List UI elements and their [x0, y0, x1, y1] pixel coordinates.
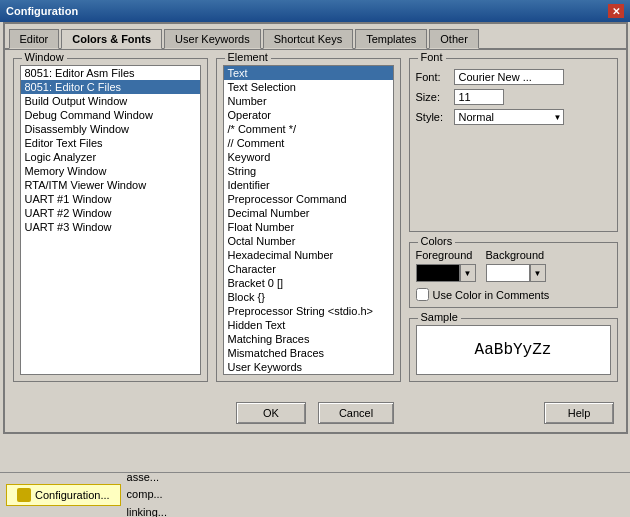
- tab-templates[interactable]: Templates: [355, 29, 427, 49]
- window-list-item[interactable]: Disassembly Window: [21, 122, 200, 136]
- element-list-item[interactable]: Hexadecimal Number: [224, 248, 393, 262]
- taskbar-text: asse... comp... linking...: [127, 469, 624, 517]
- tab-shortcut-keys[interactable]: Shortcut Keys: [263, 29, 353, 49]
- tab-other[interactable]: Other: [429, 29, 479, 49]
- element-list-item[interactable]: Text: [224, 66, 393, 80]
- window-list-item[interactable]: Logic Analyzer: [21, 150, 200, 164]
- taskbar-line-2: comp...: [127, 486, 624, 504]
- element-list-item[interactable]: Preprocessor Command: [224, 192, 393, 206]
- window-list-item[interactable]: 8051: Editor C Files: [21, 80, 200, 94]
- window-list-item[interactable]: RTA/ITM Viewer Window: [21, 178, 200, 192]
- size-input[interactable]: [454, 89, 504, 105]
- background-swatch-row: ▼: [486, 264, 546, 282]
- element-panel-title: Element: [225, 51, 271, 63]
- cancel-button[interactable]: Cancel: [318, 402, 394, 424]
- button-row: OK Cancel Help: [5, 394, 626, 432]
- foreground-col: Foreground ▼: [416, 249, 476, 282]
- close-button[interactable]: ✕: [608, 4, 624, 18]
- style-select[interactable]: Normal Bold Italic Bold Italic: [454, 109, 564, 125]
- element-list-item[interactable]: Character: [224, 262, 393, 276]
- element-list-item[interactable]: Keyword: [224, 150, 393, 164]
- element-list-item[interactable]: /* Comment */: [224, 122, 393, 136]
- element-list-item[interactable]: Number: [224, 94, 393, 108]
- element-list-item[interactable]: Decimal Number: [224, 206, 393, 220]
- element-list-item[interactable]: User Keywords: [224, 360, 393, 374]
- window-list-item[interactable]: UART #1 Window: [21, 192, 200, 206]
- element-list-item[interactable]: Mismatched Braces: [224, 346, 393, 360]
- size-label: Size:: [416, 91, 454, 103]
- element-list-item[interactable]: Block {}: [224, 290, 393, 304]
- style-label: Style:: [416, 111, 454, 123]
- window-panel-title: Window: [22, 51, 67, 63]
- font-input[interactable]: [454, 69, 564, 85]
- right-panel: Font Font: Size: Style: Normal: [409, 58, 618, 382]
- element-list-item[interactable]: String: [224, 164, 393, 178]
- size-row: Size:: [416, 89, 611, 105]
- background-swatch: [486, 264, 530, 282]
- colors-row: Foreground ▼ Background ▼: [416, 249, 611, 282]
- window-list-item[interactable]: 8051: Editor Asm Files: [21, 66, 200, 80]
- font-row: Font:: [416, 69, 611, 85]
- font-panel-title: Font: [418, 51, 446, 63]
- element-list-item[interactable]: Operator: [224, 108, 393, 122]
- ok-button[interactable]: OK: [236, 402, 306, 424]
- sample-title: Sample: [418, 311, 461, 323]
- background-dropdown-btn[interactable]: ▼: [530, 264, 546, 282]
- window-list-item[interactable]: UART #3 Window: [21, 220, 200, 234]
- window-list-item[interactable]: Debug Command Window: [21, 108, 200, 122]
- element-list-item[interactable]: Preprocessor String <stdio.h>: [224, 304, 393, 318]
- use-color-checkbox[interactable]: [416, 288, 429, 301]
- window-list-item[interactable]: Memory Window: [21, 164, 200, 178]
- help-button[interactable]: Help: [544, 402, 614, 424]
- font-panel: Font Font: Size: Style: Normal: [409, 58, 618, 232]
- element-list-item[interactable]: Text Selection: [224, 80, 393, 94]
- element-list-item[interactable]: // Comment: [224, 136, 393, 150]
- element-listbox[interactable]: TextText SelectionNumberOperator/* Comme…: [223, 65, 394, 375]
- tab-bar: Editor Colors & Fonts User Keywords Shor…: [5, 24, 626, 50]
- sample-section: Sample AaBbYyZz: [409, 318, 618, 382]
- window-title: Configuration: [6, 5, 78, 17]
- tab-user-keywords[interactable]: User Keywords: [164, 29, 261, 49]
- font-label: Font:: [416, 71, 454, 83]
- background-label: Background: [486, 249, 545, 261]
- tab-colors-fonts[interactable]: Colors & Fonts: [61, 29, 162, 49]
- colors-section: Colors Foreground ▼ Background ▼: [409, 242, 618, 308]
- config-btn-label: Configuration...: [35, 489, 110, 501]
- taskbar: Configuration... asse... comp... linking…: [0, 472, 630, 517]
- element-list-item[interactable]: Identifier: [224, 178, 393, 192]
- window-list-item[interactable]: UART #2 Window: [21, 206, 200, 220]
- window-panel: Window 8051: Editor Asm Files8051: Edito…: [13, 58, 208, 382]
- foreground-label: Foreground: [416, 249, 473, 261]
- element-panel: Element TextText SelectionNumberOperator…: [216, 58, 401, 382]
- style-select-wrapper: Normal Bold Italic Bold Italic: [454, 109, 564, 125]
- sample-text: AaBbYyZz: [475, 341, 552, 359]
- gear-icon: [17, 488, 31, 502]
- taskbar-line-1: asse...: [127, 469, 624, 487]
- window-list-item[interactable]: Editor Text Files: [21, 136, 200, 150]
- background-col: Background ▼: [486, 249, 546, 282]
- tab-editor[interactable]: Editor: [9, 29, 60, 49]
- element-list-item[interactable]: Float Number: [224, 220, 393, 234]
- foreground-swatch: [416, 264, 460, 282]
- window-listbox[interactable]: 8051: Editor Asm Files8051: Editor C Fil…: [20, 65, 201, 375]
- config-taskbar-btn[interactable]: Configuration...: [6, 484, 121, 506]
- content-area: Window 8051: Editor Asm Files8051: Edito…: [5, 50, 626, 390]
- element-list-item[interactable]: Bracket 0 []: [224, 276, 393, 290]
- colors-title: Colors: [418, 235, 456, 247]
- foreground-swatch-row: ▼: [416, 264, 476, 282]
- element-list-item[interactable]: Matching Braces: [224, 332, 393, 346]
- taskbar-line-3: linking...: [127, 504, 624, 517]
- style-row: Style: Normal Bold Italic Bold Italic: [416, 109, 611, 125]
- dialog: Editor Colors & Fonts User Keywords Shor…: [3, 22, 628, 434]
- use-color-row: Use Color in Comments: [416, 288, 611, 301]
- use-color-label: Use Color in Comments: [433, 289, 550, 301]
- sample-box: AaBbYyZz: [416, 325, 611, 375]
- element-list-item[interactable]: Hidden Text: [224, 318, 393, 332]
- window-list-item[interactable]: Build Output Window: [21, 94, 200, 108]
- element-list-item[interactable]: Octal Number: [224, 234, 393, 248]
- title-bar: Configuration ✕: [0, 0, 630, 22]
- foreground-dropdown-btn[interactable]: ▼: [460, 264, 476, 282]
